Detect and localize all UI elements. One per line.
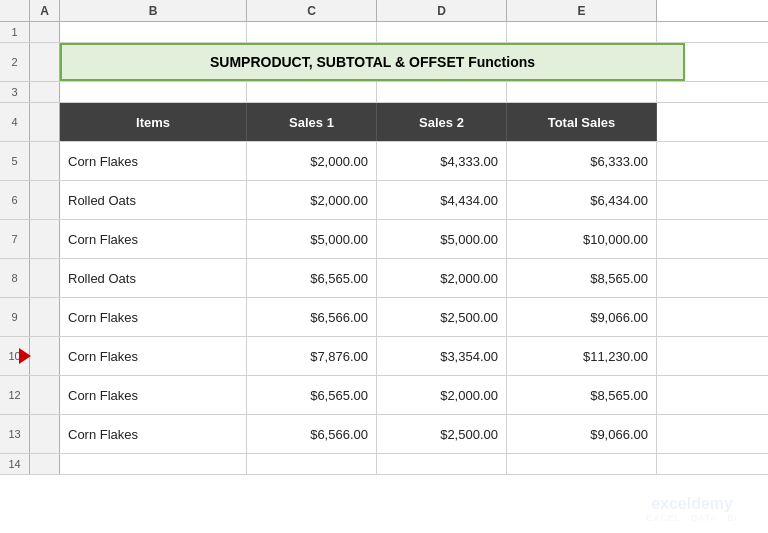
cell-3d (377, 82, 507, 102)
cell-6b: Rolled Oats (60, 181, 247, 219)
cell-1b (60, 22, 247, 42)
rownum-8: 8 (0, 259, 30, 297)
rownum-7: 7 (0, 220, 30, 258)
row-4: 4 Items Sales 1 Sales 2 Total Sales (0, 103, 768, 142)
cell-7b: Corn Flakes (60, 220, 247, 258)
rownum-4: 4 (0, 103, 30, 141)
row-5: 5 Corn Flakes $2,000.00 $4,333.00 $6,333… (0, 142, 768, 181)
cell-9b: Corn Flakes (60, 298, 247, 336)
cell-3b (60, 82, 247, 102)
cell-5e: $6,333.00 (507, 142, 657, 180)
header-sales2: Sales 2 (377, 103, 507, 141)
cell-8d: $2,000.00 (377, 259, 507, 297)
row-arrow-indicator (19, 348, 31, 364)
cell-5d: $4,333.00 (377, 142, 507, 180)
col-header-d: D (377, 0, 507, 21)
col-header-b: B (60, 0, 247, 21)
cell-7c: $5,000.00 (247, 220, 377, 258)
col-header-c: C (247, 0, 377, 21)
cell-6a (30, 181, 60, 219)
cell-13a (30, 415, 60, 453)
row-2: 2 SUMPRODUCT, SUBTOTAL & OFFSET Function… (0, 43, 768, 82)
row-10: 10 Corn Flakes $7,876.00 $3,354.00 $11,2… (0, 337, 768, 376)
cell-4a (30, 103, 60, 141)
cell-14a (30, 454, 60, 474)
cell-1e (507, 22, 657, 42)
cell-7d: $5,000.00 (377, 220, 507, 258)
cell-13b: Corn Flakes (60, 415, 247, 453)
cell-12d: $2,000.00 (377, 376, 507, 414)
cell-1a (30, 22, 60, 42)
cell-6c: $2,000.00 (247, 181, 377, 219)
header-sales1: Sales 1 (247, 103, 377, 141)
row-6: 6 Rolled Oats $2,000.00 $4,434.00 $6,434… (0, 181, 768, 220)
cell-10d: $3,354.00 (377, 337, 507, 375)
cell-14e (507, 454, 657, 474)
cell-2a (30, 43, 60, 81)
rownum-6: 6 (0, 181, 30, 219)
cell-13c: $6,566.00 (247, 415, 377, 453)
cell-13e: $9,066.00 (507, 415, 657, 453)
cell-8e: $8,565.00 (507, 259, 657, 297)
row-3: 3 (0, 82, 768, 103)
row-13: 13 Corn Flakes $6,566.00 $2,500.00 $9,06… (0, 415, 768, 454)
grid-body: 1 2 SUMPRODUCT, SUBTOTAL & OFFSET Functi… (0, 22, 768, 475)
watermark: exceldemy EXCEL · DATA · BI (646, 495, 738, 523)
cell-9a (30, 298, 60, 336)
cell-7e: $10,000.00 (507, 220, 657, 258)
cell-10a (30, 337, 60, 375)
watermark-sub: EXCEL · DATA · BI (646, 513, 738, 523)
cell-5c: $2,000.00 (247, 142, 377, 180)
rownum-12: 12 (0, 376, 30, 414)
rownum-9: 9 (0, 298, 30, 336)
cell-14c (247, 454, 377, 474)
cell-9d: $2,500.00 (377, 298, 507, 336)
cell-14d (377, 454, 507, 474)
cell-12b: Corn Flakes (60, 376, 247, 414)
row-9: 9 Corn Flakes $6,566.00 $2,500.00 $9,066… (0, 298, 768, 337)
cell-6d: $4,434.00 (377, 181, 507, 219)
cell-8b: Rolled Oats (60, 259, 247, 297)
header-items: Items (60, 103, 247, 141)
row-14: 14 (0, 454, 768, 475)
cell-3a (30, 82, 60, 102)
grid-container: 1 2 SUMPRODUCT, SUBTOTAL & OFFSET Functi… (0, 22, 768, 533)
cell-5a (30, 142, 60, 180)
row-8: 8 Rolled Oats $6,565.00 $2,000.00 $8,565… (0, 259, 768, 298)
col-header-a: A (30, 0, 60, 21)
rownum-2: 2 (0, 43, 30, 81)
cell-12a (30, 376, 60, 414)
cell-9c: $6,566.00 (247, 298, 377, 336)
cell-8a (30, 259, 60, 297)
cell-10c: $7,876.00 (247, 337, 377, 375)
cell-1d (377, 22, 507, 42)
row-7: 7 Corn Flakes $5,000.00 $5,000.00 $10,00… (0, 220, 768, 259)
rownum-14: 14 (0, 454, 30, 474)
cell-5b: Corn Flakes (60, 142, 247, 180)
cell-10b: Corn Flakes (60, 337, 247, 375)
rownum-3: 3 (0, 82, 30, 102)
col-header-e: E (507, 0, 657, 21)
corner-cell (0, 0, 30, 21)
cell-7a (30, 220, 60, 258)
spreadsheet: A B C D E 1 2 SUMPRODUCT, SUBTOTAL & OFF… (0, 0, 768, 533)
cell-3e (507, 82, 657, 102)
rownum-5: 5 (0, 142, 30, 180)
cell-6e: $6,434.00 (507, 181, 657, 219)
title-cell: SUMPRODUCT, SUBTOTAL & OFFSET Functions (60, 43, 685, 81)
cell-13d: $2,500.00 (377, 415, 507, 453)
rownum-1: 1 (0, 22, 30, 42)
row-1: 1 (0, 22, 768, 43)
cell-12c: $6,565.00 (247, 376, 377, 414)
cell-12e: $8,565.00 (507, 376, 657, 414)
cell-8c: $6,565.00 (247, 259, 377, 297)
rownum-13: 13 (0, 415, 30, 453)
cell-14b (60, 454, 247, 474)
cell-9e: $9,066.00 (507, 298, 657, 336)
row-12: 12 Corn Flakes $6,565.00 $2,000.00 $8,56… (0, 376, 768, 415)
watermark-logo: exceldemy (646, 495, 738, 513)
header-total: Total Sales (507, 103, 657, 141)
cell-10e: $11,230.00 (507, 337, 657, 375)
column-headers: A B C D E (0, 0, 768, 22)
rownum-10: 10 (0, 337, 30, 375)
